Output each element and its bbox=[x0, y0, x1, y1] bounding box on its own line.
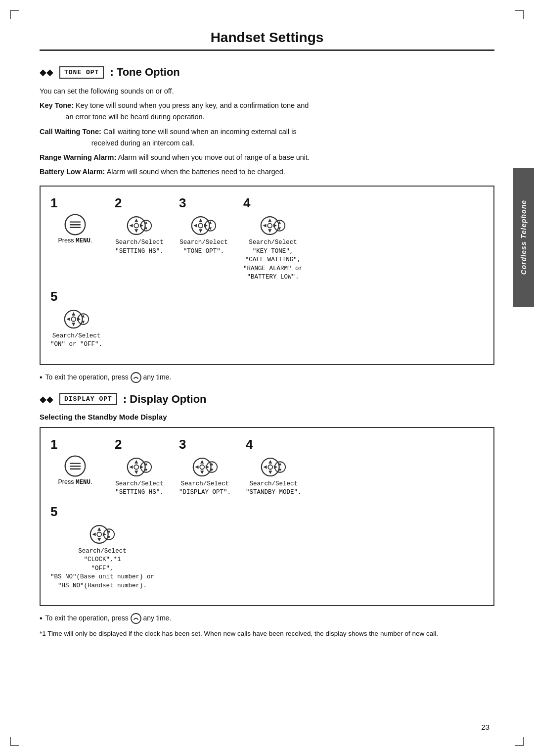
svg-marker-34 bbox=[66, 317, 70, 321]
tone-desc-5: Battery Low Alarm: Alarm will sound when… bbox=[40, 166, 494, 178]
display-step-1: 1 Press MENU. bbox=[50, 437, 100, 487]
svg-point-9 bbox=[134, 224, 138, 228]
svg-marker-16 bbox=[193, 224, 197, 228]
tone-step2-label: Search/Select"SETTING HS". bbox=[115, 238, 164, 256]
svg-marker-15 bbox=[199, 229, 202, 233]
page-number: 23 bbox=[481, 723, 490, 731]
nav-icon-d2 bbox=[127, 454, 152, 480]
tone-option-diamonds: ◆◆ bbox=[40, 67, 53, 78]
svg-point-77 bbox=[97, 532, 101, 536]
tone-option-icon-box: TONE OPT bbox=[59, 66, 104, 79]
end-call-icon-d bbox=[131, 613, 141, 624]
svg-marker-48 bbox=[129, 465, 133, 469]
svg-point-68 bbox=[268, 465, 273, 469]
tone-desc-2: Key Tone: Key tone will sound when you p… bbox=[40, 100, 494, 123]
nav-icon-5 bbox=[64, 306, 89, 332]
tone-desc-1: You can set the following sounds on or o… bbox=[40, 86, 494, 97]
display-steps-row2: 5 Search/Select"CLOCK",*1"OFF","BS NO"(B… bbox=[50, 504, 484, 591]
nav-icon-3 bbox=[191, 213, 217, 238]
tone-step-2: 2 Search/Select"SETTING HS". bbox=[115, 195, 164, 256]
display-step2-label: Search/Select"SETTING HS". bbox=[115, 480, 164, 497]
nav-icon-2 bbox=[127, 213, 152, 238]
svg-point-36 bbox=[71, 317, 76, 321]
svg-point-27 bbox=[267, 224, 272, 228]
tone-desc-4: Range Warning Alarm: Alarm will sound wh… bbox=[40, 152, 494, 163]
svg-rect-2 bbox=[70, 224, 81, 225]
svg-marker-65 bbox=[268, 471, 272, 474]
tone-step1-label: Press MENU. bbox=[58, 236, 92, 246]
tone-exit-note: • To exit the operation, press any time. bbox=[40, 372, 494, 383]
svg-marker-25 bbox=[263, 224, 266, 228]
svg-marker-6 bbox=[134, 229, 138, 233]
end-call-icon bbox=[131, 372, 141, 383]
display-steps-row1: 1 Press MENU. 2 bbox=[50, 437, 484, 497]
display-step5-label: Search/Select"CLOCK",*1"OFF","BS NO"(Bas… bbox=[50, 547, 154, 591]
tone-step5-number: 5 bbox=[50, 289, 57, 304]
display-option-title: : Display Option bbox=[123, 393, 207, 406]
display-step-3: 3 Search/Select"DISPLAY OPT". bbox=[179, 437, 231, 497]
svg-marker-73 bbox=[97, 527, 101, 530]
svg-marker-64 bbox=[268, 460, 272, 463]
display-step1-number: 1 bbox=[50, 437, 57, 452]
tone-step-1: 1 Press MENU. bbox=[50, 195, 100, 246]
svg-marker-33 bbox=[72, 323, 75, 326]
tone-step4-number: 4 bbox=[243, 195, 250, 211]
svg-marker-47 bbox=[134, 471, 138, 474]
svg-rect-43 bbox=[70, 466, 81, 467]
tone-step-5: 5 Search/Select"ON" or "OFF". bbox=[50, 289, 102, 349]
svg-marker-57 bbox=[195, 465, 198, 469]
svg-marker-14 bbox=[199, 219, 202, 222]
display-step4-number: 4 bbox=[246, 437, 253, 452]
display-option-diamonds: ◆◆ bbox=[40, 394, 53, 405]
display-option-icon-box: DISPLAY OPT bbox=[59, 393, 117, 405]
display-step5-number: 5 bbox=[50, 504, 57, 520]
tone-step3-label: Search/Select"TONE OPT". bbox=[179, 238, 228, 256]
tone-option-steps-box: 1 Press MENU. 2 bbox=[40, 186, 494, 365]
svg-point-59 bbox=[200, 465, 204, 469]
display-footnote: *1 Time will only be displayed if the cl… bbox=[40, 629, 494, 639]
svg-marker-24 bbox=[268, 229, 271, 233]
nav-icon-d3 bbox=[192, 454, 218, 480]
tone-step4-label: Search/Select"KEY TONE","CALL WAITING","… bbox=[243, 238, 303, 282]
display-step1-label: Press MENU. bbox=[58, 478, 92, 487]
tone-step2-number: 2 bbox=[115, 195, 122, 211]
tone-step3-number: 3 bbox=[179, 195, 186, 211]
display-exit-note: • To exit the operation, press any time. bbox=[40, 613, 494, 624]
svg-point-50 bbox=[134, 465, 138, 469]
nav-icon-d4 bbox=[261, 454, 286, 480]
svg-rect-1 bbox=[70, 222, 81, 223]
svg-rect-42 bbox=[70, 463, 81, 464]
display-step-2: 2 Search/Select"SETTING HS". bbox=[115, 437, 164, 497]
menu-icon-d1 bbox=[63, 454, 87, 478]
svg-marker-66 bbox=[264, 465, 267, 469]
display-step2-number: 2 bbox=[115, 437, 122, 452]
nav-icon-4 bbox=[260, 213, 286, 238]
svg-marker-55 bbox=[200, 460, 204, 463]
display-option-steps-box: 1 Press MENU. 2 bbox=[40, 427, 494, 607]
svg-marker-74 bbox=[97, 538, 101, 541]
display-step4-label: Search/Select"STANDBY MODE". bbox=[246, 480, 302, 497]
tone-option-description: You can set the following sounds on or o… bbox=[40, 86, 494, 178]
svg-marker-32 bbox=[72, 312, 75, 315]
page-container: Handset Settings ◆◆ TONE OPT : Tone Opti… bbox=[0, 0, 534, 756]
display-step3-label: Search/Select"DISPLAY OPT". bbox=[179, 480, 231, 497]
svg-rect-44 bbox=[70, 468, 81, 469]
svg-marker-7 bbox=[129, 224, 133, 228]
svg-marker-75 bbox=[92, 532, 95, 536]
tone-option-title: : Tone Option bbox=[110, 66, 179, 79]
display-option-header: ◆◆ DISPLAY OPT : Display Option bbox=[40, 393, 494, 406]
display-step-4: 4 Search/Select"STANDBY MODE". bbox=[246, 437, 302, 497]
tone-steps-row2: 5 Search/Select"ON" or "OFF". bbox=[50, 289, 484, 349]
svg-point-18 bbox=[198, 224, 203, 228]
display-step3-number: 3 bbox=[179, 437, 186, 452]
svg-marker-23 bbox=[268, 219, 271, 222]
tone-steps-row1: 1 Press MENU. 2 bbox=[50, 195, 484, 282]
tone-step-4: 4 Search/Select"KEY TONE","CALL WAITING"… bbox=[243, 195, 303, 282]
svg-marker-5 bbox=[134, 219, 138, 222]
tone-step5-label: Search/Select"ON" or "OFF". bbox=[50, 332, 102, 349]
tone-step-3: 3 Search/Select"TONE OPT". bbox=[179, 195, 228, 256]
page-title: Handset Settings bbox=[40, 30, 494, 51]
svg-marker-56 bbox=[200, 471, 204, 474]
tone-step1-number: 1 bbox=[50, 195, 57, 211]
svg-marker-46 bbox=[134, 460, 138, 463]
